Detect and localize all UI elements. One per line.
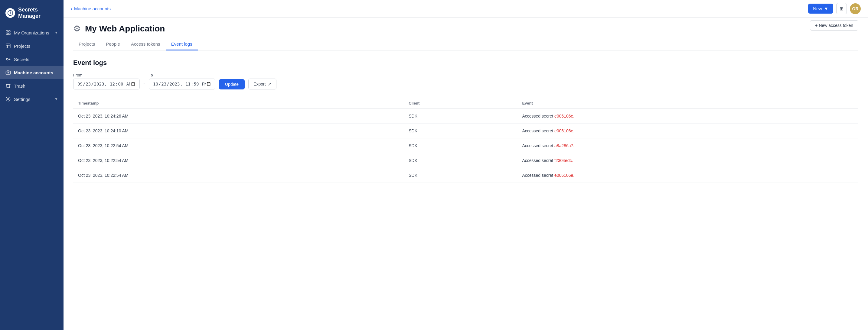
update-button-label: Update bbox=[225, 82, 239, 87]
cell-event: Accessed secret f2304edc. bbox=[517, 153, 858, 168]
to-date-input[interactable] bbox=[149, 78, 215, 90]
svg-rect-4 bbox=[9, 33, 10, 35]
logo-text: Secrets Manager bbox=[18, 7, 58, 19]
tab-event-logs[interactable]: Event logs bbox=[166, 38, 198, 51]
sidebar-item-label: Projects bbox=[14, 43, 30, 48]
sidebar-item-projects[interactable]: Projects bbox=[0, 39, 63, 53]
page-header: ⚙ My Web Application bbox=[73, 18, 858, 38]
sidebar: Secrets Manager My Organizations ▼ Proje… bbox=[0, 0, 63, 330]
svg-rect-1 bbox=[6, 31, 7, 32]
cell-client: SDK bbox=[404, 153, 517, 168]
new-access-token-label: + New access token bbox=[815, 23, 853, 28]
cell-timestamp: Oct 23, 2023, 10:22:54 AM bbox=[73, 138, 404, 153]
page-title: My Web Application bbox=[85, 24, 165, 34]
table-row: Oct 23, 2023, 10:22:54 AMSDKAccessed sec… bbox=[73, 138, 858, 153]
export-button-label: Export bbox=[253, 81, 266, 87]
table-row: Oct 23, 2023, 10:22:54 AMSDKAccessed sec… bbox=[73, 168, 858, 183]
back-link[interactable]: ‹ Machine accounts bbox=[71, 6, 111, 11]
cell-client: SDK bbox=[404, 109, 517, 124]
sidebar-item-settings[interactable]: Settings ▼ bbox=[0, 93, 63, 106]
avatar-initials: OR bbox=[852, 6, 859, 11]
col-event: Event bbox=[517, 98, 858, 109]
new-button[interactable]: New ▼ bbox=[808, 4, 833, 13]
org-icon bbox=[5, 30, 11, 35]
from-filter-group: From bbox=[73, 73, 140, 90]
svg-rect-5 bbox=[6, 44, 10, 48]
sidebar-navigation: My Organizations ▼ Projects Secrets bbox=[0, 26, 63, 330]
event-logs-title: Event logs bbox=[73, 59, 858, 67]
topbar-right: New ▼ ⊞ OR bbox=[808, 3, 861, 14]
secret-link[interactable]: a8a286a7. bbox=[554, 143, 574, 148]
sidebar-item-label: Settings bbox=[14, 97, 30, 102]
back-arrow-icon: ‹ bbox=[71, 6, 72, 11]
date-separator: - bbox=[143, 81, 145, 90]
cell-event: Accessed secret e006106e. bbox=[517, 109, 858, 124]
sidebar-item-my-organizations[interactable]: My Organizations ▼ bbox=[0, 26, 63, 39]
sidebar-item-label: My Organizations bbox=[14, 30, 49, 35]
update-button[interactable]: Update bbox=[219, 79, 245, 90]
machine-account-icon: ⚙ bbox=[73, 24, 81, 34]
table-row: Oct 23, 2023, 10:22:54 AMSDKAccessed sec… bbox=[73, 153, 858, 168]
export-icon: ↗ bbox=[268, 81, 271, 87]
logo-icon bbox=[5, 8, 15, 18]
svg-point-6 bbox=[6, 58, 8, 60]
sidebar-item-trash[interactable]: Trash bbox=[0, 79, 63, 93]
cell-timestamp: Oct 23, 2023, 10:24:10 AM bbox=[73, 124, 404, 138]
cell-timestamp: Oct 23, 2023, 10:22:54 AM bbox=[73, 153, 404, 168]
content-area: ⚙ My Web Application + New access token … bbox=[63, 18, 868, 330]
back-link-label: Machine accounts bbox=[74, 6, 111, 11]
table-row: Oct 23, 2023, 10:24:26 AMSDKAccessed sec… bbox=[73, 109, 858, 124]
cell-timestamp: Oct 23, 2023, 10:24:26 AM bbox=[73, 109, 404, 124]
key-icon bbox=[5, 57, 11, 62]
tab-people[interactable]: People bbox=[100, 38, 125, 51]
chevron-down-icon: ▼ bbox=[55, 97, 58, 101]
tab-access-tokens[interactable]: Access tokens bbox=[125, 38, 166, 51]
from-date-input[interactable] bbox=[73, 78, 140, 90]
settings-icon bbox=[5, 96, 11, 102]
cell-timestamp: Oct 23, 2023, 10:22:54 AM bbox=[73, 168, 404, 183]
svg-point-8 bbox=[8, 72, 9, 73]
export-button[interactable]: Export ↗ bbox=[248, 78, 276, 90]
projects-icon bbox=[5, 43, 11, 48]
sidebar-item-label: Secrets bbox=[14, 57, 29, 62]
topbar-left: ‹ Machine accounts bbox=[71, 6, 111, 11]
grid-icon: ⊞ bbox=[840, 6, 843, 11]
tab-projects[interactable]: Projects bbox=[73, 38, 100, 51]
tab-navigation: Projects People Access tokens Event logs bbox=[73, 38, 858, 51]
secret-link[interactable]: e006106e. bbox=[554, 173, 574, 178]
sidebar-item-secrets[interactable]: Secrets bbox=[0, 53, 63, 66]
main-content: ‹ Machine accounts New ▼ ⊞ OR ⚙ My Web A… bbox=[63, 0, 868, 330]
to-label: To bbox=[149, 73, 215, 77]
trash-icon bbox=[5, 83, 11, 89]
to-filter-group: To bbox=[149, 73, 215, 90]
sidebar-item-label: Machine accounts bbox=[14, 70, 53, 75]
new-button-label: New bbox=[813, 6, 822, 11]
table-row: Oct 23, 2023, 10:24:10 AMSDKAccessed sec… bbox=[73, 124, 858, 138]
filter-row: From - To Update Export ↗ bbox=[73, 73, 858, 90]
cell-client: SDK bbox=[404, 124, 517, 138]
sidebar-item-label: Trash bbox=[14, 84, 25, 89]
svg-rect-2 bbox=[9, 31, 10, 32]
svg-point-9 bbox=[7, 99, 9, 100]
cell-event: Accessed secret e006106e. bbox=[517, 124, 858, 138]
col-client: Client bbox=[404, 98, 517, 109]
secret-link[interactable]: e006106e. bbox=[554, 113, 574, 119]
grid-view-button[interactable]: ⊞ bbox=[836, 3, 847, 14]
svg-rect-7 bbox=[6, 71, 10, 75]
event-logs-table: Timestamp Client Event Oct 23, 2023, 10:… bbox=[73, 98, 858, 183]
col-timestamp: Timestamp bbox=[73, 98, 404, 109]
topbar: ‹ Machine accounts New ▼ ⊞ OR bbox=[63, 0, 868, 18]
chevron-down-icon: ▼ bbox=[55, 31, 58, 35]
secret-link[interactable]: f2304edc. bbox=[554, 158, 573, 163]
cell-client: SDK bbox=[404, 168, 517, 183]
sidebar-logo[interactable]: Secrets Manager bbox=[0, 0, 63, 26]
machine-icon bbox=[5, 70, 11, 75]
sidebar-item-machine-accounts[interactable]: Machine accounts bbox=[0, 66, 63, 79]
svg-rect-3 bbox=[6, 33, 7, 35]
avatar[interactable]: OR bbox=[850, 3, 861, 14]
from-label: From bbox=[73, 73, 140, 77]
cell-event: Accessed secret a8a286a7. bbox=[517, 138, 858, 153]
chevron-down-icon: ▼ bbox=[824, 6, 828, 11]
new-access-token-button[interactable]: + New access token bbox=[810, 20, 858, 31]
secret-link[interactable]: e006106e. bbox=[554, 128, 574, 133]
